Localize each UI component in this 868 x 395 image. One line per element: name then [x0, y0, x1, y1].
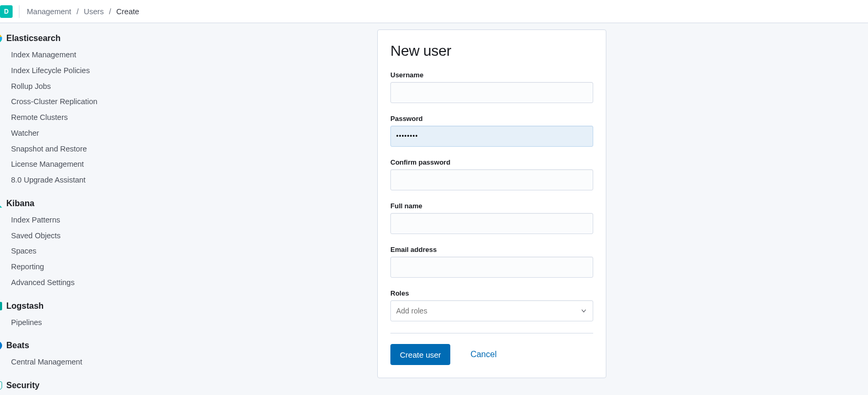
beats-icon [0, 341, 2, 350]
sidebar-items-logstash: Pipelines [0, 313, 116, 334]
breadcrumb-users[interactable]: Users [83, 5, 105, 18]
space-badge[interactable]: D [0, 5, 13, 18]
sidebar-item-pipelines[interactable]: Pipelines [11, 315, 116, 331]
roles-label: Roles [390, 289, 593, 297]
kibana-icon [0, 199, 2, 208]
sidebar-section-security: Security [0, 381, 116, 392]
sidebar-section-title-kibana: Kibana [6, 199, 34, 208]
sidebar-item-index-lifecycle-policies[interactable]: Index Lifecycle Policies [11, 63, 116, 79]
email-label: Email address [390, 246, 593, 254]
management-sidebar: ElasticsearchIndex ManagementIndex Lifec… [0, 23, 116, 395]
breadcrumb-separator: / [109, 7, 111, 16]
create-user-button[interactable]: Create user [390, 344, 450, 365]
sidebar-section-beats: Beats [0, 341, 116, 352]
sidebar-items-security: UsersRoles [0, 392, 116, 395]
sidebar-item-watcher[interactable]: Watcher [11, 126, 116, 141]
security-icon [0, 381, 2, 390]
sidebar-section-elasticsearch: Elasticsearch [0, 34, 116, 45]
sidebar-item-saved-objects[interactable]: Saved Objects [11, 228, 116, 244]
sidebar-item-advanced-settings[interactable]: Advanced Settings [11, 275, 116, 291]
sidebar-section-title-logstash: Logstash [6, 301, 44, 311]
breadcrumb-management[interactable]: Management [26, 5, 73, 18]
topbar-divider [19, 5, 19, 18]
sidebar-section-title-security: Security [6, 381, 39, 390]
full-name-input[interactable] [390, 213, 593, 234]
sidebar-items-kibana: Index PatternsSaved ObjectsSpacesReporti… [0, 210, 116, 294]
content-area: New user Username Password Confirm passw… [116, 23, 868, 395]
username-input[interactable] [390, 82, 593, 103]
roles-select[interactable] [390, 300, 593, 321]
create-user-panel: New user Username Password Confirm passw… [377, 29, 606, 378]
password-label: Password [390, 115, 593, 123]
sidebar-section-title-beats: Beats [6, 341, 29, 350]
sidebar-item-license-management[interactable]: License Management [11, 157, 116, 173]
topbar: D Management/Users/Create [0, 0, 868, 23]
sidebar-section-kibana: Kibana [0, 199, 116, 210]
password-input[interactable] [390, 126, 593, 147]
confirm-password-label: Confirm password [390, 158, 593, 166]
confirm-password-input[interactable] [390, 169, 593, 190]
sidebar-item-cross-cluster-replication[interactable]: Cross-Cluster Replication [11, 94, 116, 110]
sidebar-item-spaces[interactable]: Spaces [11, 244, 116, 259]
full-name-label: Full name [390, 202, 593, 210]
page-title: New user [390, 43, 593, 59]
logstash-icon [0, 302, 2, 310]
sidebar-item-index-management[interactable]: Index Management [11, 47, 116, 63]
breadcrumb: Management/Users/Create [26, 5, 140, 18]
sidebar-items-beats: Central Management [0, 352, 116, 373]
sidebar-item-snapshot-and-restore[interactable]: Snapshot and Restore [11, 141, 116, 157]
sidebar-item-central-management[interactable]: Central Management [11, 355, 116, 370]
sidebar-section-title-elasticsearch: Elasticsearch [6, 34, 60, 43]
sidebar-item-8-0-upgrade-assistant[interactable]: 8.0 Upgrade Assistant [11, 173, 116, 188]
divider [390, 333, 593, 333]
cancel-button[interactable]: Cancel [461, 344, 506, 365]
elasticsearch-icon [0, 34, 2, 43]
sidebar-item-rollup-jobs[interactable]: Rollup Jobs [11, 79, 116, 95]
sidebar-items-elasticsearch: Index ManagementIndex Lifecycle Policies… [0, 45, 116, 191]
breadcrumb-create: Create [115, 5, 140, 18]
sidebar-section-logstash: Logstash [0, 301, 116, 313]
sidebar-item-remote-clusters[interactable]: Remote Clusters [11, 110, 116, 126]
sidebar-item-reporting[interactable]: Reporting [11, 259, 116, 275]
sidebar-item-index-patterns[interactable]: Index Patterns [11, 212, 116, 228]
breadcrumb-separator: / [77, 7, 79, 16]
email-input[interactable] [390, 257, 593, 278]
username-label: Username [390, 71, 593, 79]
